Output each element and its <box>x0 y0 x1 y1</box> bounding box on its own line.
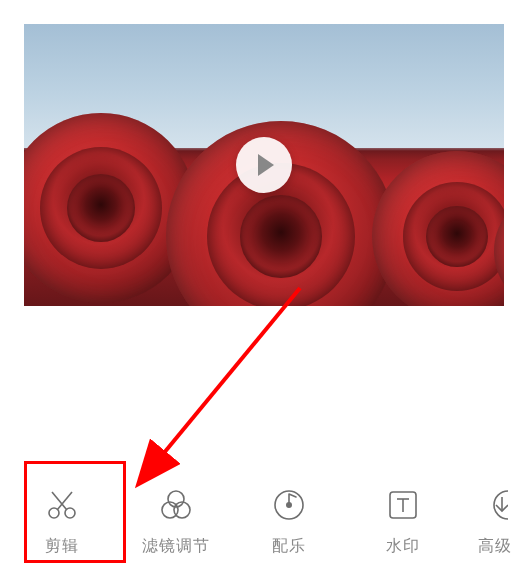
tool-music[interactable]: 配乐 <box>249 488 329 557</box>
tool-label: 滤镜调节 <box>142 536 210 557</box>
play-icon <box>258 154 274 176</box>
svg-line-14 <box>140 288 300 482</box>
music-disc-icon <box>272 488 306 522</box>
text-watermark-icon <box>386 488 420 522</box>
play-button[interactable] <box>236 137 292 193</box>
scissors-icon <box>45 488 79 522</box>
video-preview[interactable] <box>24 24 504 306</box>
tool-filter[interactable]: 滤镜调节 <box>136 488 216 557</box>
tool-label: 水印 <box>386 536 420 557</box>
tool-label: 剪辑 <box>45 536 79 557</box>
tool-advanced[interactable]: 高级 <box>476 488 514 557</box>
tool-edit[interactable]: 剪辑 <box>22 488 102 557</box>
download-circle-icon <box>482 488 508 522</box>
tool-label: 高级 <box>478 536 512 557</box>
filter-icon <box>159 488 193 522</box>
toolbar: 剪辑 滤镜调节 配乐 水印 <box>0 488 520 557</box>
tool-label: 配乐 <box>272 536 306 557</box>
tool-watermark[interactable]: 水印 <box>363 488 443 557</box>
